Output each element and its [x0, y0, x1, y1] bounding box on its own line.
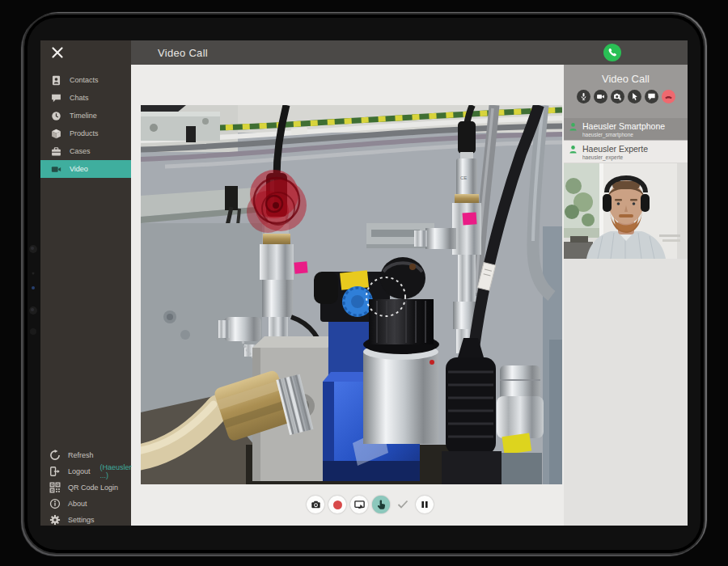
sidebar-item-video[interactable]: Video [40, 160, 131, 178]
record-icon [333, 501, 342, 509]
products-icon [51, 129, 61, 139]
pause-icon [420, 500, 430, 509]
sidebar-item-label: Chats [70, 94, 89, 102]
footer-item-label: Logout [68, 467, 91, 475]
qr-code-login-button[interactable]: QR Code Login [40, 479, 131, 496]
call-controls [564, 90, 688, 103]
close-icon[interactable] [51, 46, 64, 59]
monitor-icon [353, 499, 366, 511]
screen: Video Call Contacts Chats [40, 40, 688, 526]
refresh-button[interactable]: Refresh [40, 447, 131, 463]
video-camera-icon [596, 92, 605, 101]
expert-video [564, 163, 688, 259]
snapshot-button[interactable] [307, 496, 324, 513]
app-header: Video Call [40, 40, 688, 65]
footer-item-label: Refresh [68, 451, 94, 459]
sidebar-item-products[interactable]: Products [40, 125, 131, 142]
check-icon [396, 498, 409, 511]
pointer-icon [630, 92, 639, 101]
footer-item-label: QR Code Login [68, 484, 118, 492]
sidebar-item-cases[interactable]: Cases [40, 142, 131, 160]
refresh-icon [49, 450, 61, 461]
remote-video-frame[interactable]: CE [141, 105, 562, 484]
settings-button[interactable]: Settings [40, 512, 131, 526]
contacts-icon [51, 75, 61, 86]
mic-icon [579, 92, 588, 101]
hangup-icon [664, 92, 673, 101]
snapshot-share-button[interactable] [611, 90, 624, 103]
tablet-frame: Video Call Contacts Chats [23, 13, 705, 555]
chat-icon [647, 92, 656, 101]
call-panel-title: Video Call [564, 65, 688, 85]
phone-icon [607, 48, 617, 57]
screen-share-button[interactable] [350, 496, 368, 513]
footer-item-label: Settings [68, 516, 95, 524]
call-panel: Video Call Haeusler Smartphone haeusler_… [564, 65, 688, 526]
person-online-icon [569, 122, 578, 131]
sidebar-item-label: Timeline [70, 112, 97, 120]
video-icon [51, 164, 61, 175]
page-title: Video Call [158, 47, 208, 59]
sidebar-footer: Refresh Logout (Haeusler ...) QR Code Lo… [40, 447, 131, 526]
sidebar: Contacts Chats Timeline Products Cases [40, 40, 131, 526]
participant-haeusler-smartphone[interactable]: Haeusler Smartphone haeusler_smartphone [564, 118, 688, 141]
video-toolbar [131, 496, 564, 513]
sidebar-item-timeline[interactable]: Timeline [40, 107, 131, 125]
camera-toggle-button[interactable] [594, 90, 607, 103]
sidebar-item-contacts[interactable]: Contacts [40, 71, 131, 89]
expert-video-thumbnail[interactable] [564, 163, 688, 259]
confirm-button[interactable] [394, 496, 412, 513]
mute-button[interactable] [577, 90, 590, 103]
timeline-icon [51, 111, 61, 121]
sidebar-item-label: Contacts [70, 76, 99, 84]
record-button[interactable] [328, 496, 346, 513]
about-icon [49, 498, 61, 509]
participant-id: haeusler_smartphone [582, 132, 665, 137]
call-panel-header: Video Call [564, 65, 688, 118]
sidebar-item-chats[interactable]: Chats [40, 89, 131, 107]
cases-icon [51, 146, 61, 157]
footer-item-label: About [68, 500, 87, 508]
pointer-share-button[interactable] [628, 90, 641, 103]
settings-icon [49, 514, 61, 526]
participant-haeusler-experte[interactable]: Haeusler Experte haeusler_experte [564, 141, 688, 163]
chat-button[interactable] [645, 90, 658, 103]
camera-icon [310, 499, 322, 511]
sidebar-menu: Contacts Chats Timeline Products Cases [40, 71, 131, 178]
logout-button[interactable]: Logout (Haeusler ...) [40, 463, 131, 479]
red-annotation [141, 105, 562, 484]
logout-icon [49, 466, 61, 477]
person-online-icon [569, 145, 578, 154]
camera-pointer-icon [613, 92, 622, 101]
sidebar-item-label: Products [70, 129, 99, 137]
bezel-camera-dots [28, 241, 39, 346]
participant-name: Haeusler Smartphone [582, 121, 665, 131]
qr-code-icon [49, 482, 61, 493]
call-active-button[interactable] [603, 44, 621, 61]
pause-button[interactable] [416, 496, 434, 513]
hand-icon [375, 499, 387, 510]
chats-icon [51, 93, 61, 103]
participant-name: Haeusler Experte [582, 144, 648, 154]
sidebar-item-label: Video [70, 165, 88, 173]
logout-user: (Haeusler ...) [100, 463, 132, 479]
pointer-tool-button[interactable] [372, 496, 390, 513]
about-button[interactable]: About [40, 496, 131, 512]
sidebar-item-label: Cases [70, 147, 91, 155]
hangup-button[interactable] [662, 90, 675, 103]
main-video-area: CE [131, 65, 564, 526]
participant-id: haeusler_experte [582, 154, 648, 160]
